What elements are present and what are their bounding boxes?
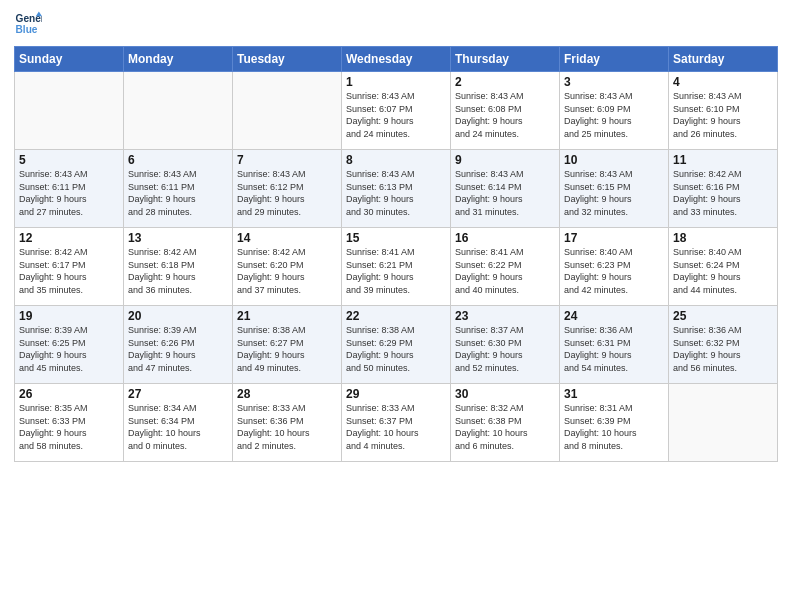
day-info: Sunrise: 8:39 AM Sunset: 6:25 PM Dayligh… — [19, 324, 119, 374]
day-number: 30 — [455, 387, 555, 401]
day-number: 19 — [19, 309, 119, 323]
day-cell — [669, 384, 778, 462]
day-number: 1 — [346, 75, 446, 89]
svg-text:Blue: Blue — [16, 24, 38, 35]
day-cell — [233, 72, 342, 150]
day-number: 17 — [564, 231, 664, 245]
weekday-header-saturday: Saturday — [669, 47, 778, 72]
day-cell: 10Sunrise: 8:43 AM Sunset: 6:15 PM Dayli… — [560, 150, 669, 228]
day-number: 24 — [564, 309, 664, 323]
page-container: General Blue SundayMondayTuesdayWednesda… — [0, 0, 792, 472]
logo: General Blue — [14, 10, 42, 38]
day-info: Sunrise: 8:43 AM Sunset: 6:09 PM Dayligh… — [564, 90, 664, 140]
day-number: 3 — [564, 75, 664, 89]
week-row-5: 26Sunrise: 8:35 AM Sunset: 6:33 PM Dayli… — [15, 384, 778, 462]
day-number: 7 — [237, 153, 337, 167]
day-number: 13 — [128, 231, 228, 245]
day-info: Sunrise: 8:42 AM Sunset: 6:18 PM Dayligh… — [128, 246, 228, 296]
day-cell: 15Sunrise: 8:41 AM Sunset: 6:21 PM Dayli… — [342, 228, 451, 306]
day-info: Sunrise: 8:43 AM Sunset: 6:14 PM Dayligh… — [455, 168, 555, 218]
day-info: Sunrise: 8:39 AM Sunset: 6:26 PM Dayligh… — [128, 324, 228, 374]
day-info: Sunrise: 8:41 AM Sunset: 6:21 PM Dayligh… — [346, 246, 446, 296]
calendar-table: SundayMondayTuesdayWednesdayThursdayFrid… — [14, 46, 778, 462]
day-info: Sunrise: 8:40 AM Sunset: 6:23 PM Dayligh… — [564, 246, 664, 296]
day-cell — [15, 72, 124, 150]
day-cell: 8Sunrise: 8:43 AM Sunset: 6:13 PM Daylig… — [342, 150, 451, 228]
day-cell: 4Sunrise: 8:43 AM Sunset: 6:10 PM Daylig… — [669, 72, 778, 150]
day-cell: 16Sunrise: 8:41 AM Sunset: 6:22 PM Dayli… — [451, 228, 560, 306]
day-info: Sunrise: 8:43 AM Sunset: 6:12 PM Dayligh… — [237, 168, 337, 218]
day-info: Sunrise: 8:43 AM Sunset: 6:07 PM Dayligh… — [346, 90, 446, 140]
day-number: 15 — [346, 231, 446, 245]
day-number: 8 — [346, 153, 446, 167]
day-cell: 31Sunrise: 8:31 AM Sunset: 6:39 PM Dayli… — [560, 384, 669, 462]
day-number: 20 — [128, 309, 228, 323]
day-number: 28 — [237, 387, 337, 401]
day-cell: 18Sunrise: 8:40 AM Sunset: 6:24 PM Dayli… — [669, 228, 778, 306]
day-cell: 19Sunrise: 8:39 AM Sunset: 6:25 PM Dayli… — [15, 306, 124, 384]
day-cell: 13Sunrise: 8:42 AM Sunset: 6:18 PM Dayli… — [124, 228, 233, 306]
day-number: 5 — [19, 153, 119, 167]
day-cell: 23Sunrise: 8:37 AM Sunset: 6:30 PM Dayli… — [451, 306, 560, 384]
weekday-header-wednesday: Wednesday — [342, 47, 451, 72]
week-row-1: 1Sunrise: 8:43 AM Sunset: 6:07 PM Daylig… — [15, 72, 778, 150]
weekday-header-thursday: Thursday — [451, 47, 560, 72]
day-number: 10 — [564, 153, 664, 167]
day-info: Sunrise: 8:43 AM Sunset: 6:15 PM Dayligh… — [564, 168, 664, 218]
day-info: Sunrise: 8:38 AM Sunset: 6:27 PM Dayligh… — [237, 324, 337, 374]
logo-icon: General Blue — [14, 10, 42, 38]
weekday-header-sunday: Sunday — [15, 47, 124, 72]
day-info: Sunrise: 8:33 AM Sunset: 6:36 PM Dayligh… — [237, 402, 337, 452]
weekday-header-monday: Monday — [124, 47, 233, 72]
day-number: 21 — [237, 309, 337, 323]
day-cell: 22Sunrise: 8:38 AM Sunset: 6:29 PM Dayli… — [342, 306, 451, 384]
day-info: Sunrise: 8:42 AM Sunset: 6:17 PM Dayligh… — [19, 246, 119, 296]
day-cell: 6Sunrise: 8:43 AM Sunset: 6:11 PM Daylig… — [124, 150, 233, 228]
day-cell: 20Sunrise: 8:39 AM Sunset: 6:26 PM Dayli… — [124, 306, 233, 384]
day-info: Sunrise: 8:43 AM Sunset: 6:13 PM Dayligh… — [346, 168, 446, 218]
day-number: 11 — [673, 153, 773, 167]
day-number: 27 — [128, 387, 228, 401]
day-number: 12 — [19, 231, 119, 245]
day-cell: 24Sunrise: 8:36 AM Sunset: 6:31 PM Dayli… — [560, 306, 669, 384]
header: General Blue — [14, 10, 778, 38]
day-cell: 14Sunrise: 8:42 AM Sunset: 6:20 PM Dayli… — [233, 228, 342, 306]
day-cell: 29Sunrise: 8:33 AM Sunset: 6:37 PM Dayli… — [342, 384, 451, 462]
day-cell: 7Sunrise: 8:43 AM Sunset: 6:12 PM Daylig… — [233, 150, 342, 228]
day-info: Sunrise: 8:38 AM Sunset: 6:29 PM Dayligh… — [346, 324, 446, 374]
day-number: 16 — [455, 231, 555, 245]
day-cell: 26Sunrise: 8:35 AM Sunset: 6:33 PM Dayli… — [15, 384, 124, 462]
day-info: Sunrise: 8:36 AM Sunset: 6:32 PM Dayligh… — [673, 324, 773, 374]
day-cell: 9Sunrise: 8:43 AM Sunset: 6:14 PM Daylig… — [451, 150, 560, 228]
day-cell: 30Sunrise: 8:32 AM Sunset: 6:38 PM Dayli… — [451, 384, 560, 462]
day-number: 31 — [564, 387, 664, 401]
weekday-header-friday: Friday — [560, 47, 669, 72]
day-cell: 11Sunrise: 8:42 AM Sunset: 6:16 PM Dayli… — [669, 150, 778, 228]
day-info: Sunrise: 8:43 AM Sunset: 6:08 PM Dayligh… — [455, 90, 555, 140]
day-cell: 25Sunrise: 8:36 AM Sunset: 6:32 PM Dayli… — [669, 306, 778, 384]
day-cell — [124, 72, 233, 150]
day-number: 22 — [346, 309, 446, 323]
day-info: Sunrise: 8:43 AM Sunset: 6:10 PM Dayligh… — [673, 90, 773, 140]
day-number: 6 — [128, 153, 228, 167]
day-cell: 28Sunrise: 8:33 AM Sunset: 6:36 PM Dayli… — [233, 384, 342, 462]
day-info: Sunrise: 8:32 AM Sunset: 6:38 PM Dayligh… — [455, 402, 555, 452]
day-info: Sunrise: 8:43 AM Sunset: 6:11 PM Dayligh… — [128, 168, 228, 218]
day-number: 4 — [673, 75, 773, 89]
day-cell: 3Sunrise: 8:43 AM Sunset: 6:09 PM Daylig… — [560, 72, 669, 150]
day-cell: 17Sunrise: 8:40 AM Sunset: 6:23 PM Dayli… — [560, 228, 669, 306]
day-info: Sunrise: 8:43 AM Sunset: 6:11 PM Dayligh… — [19, 168, 119, 218]
day-info: Sunrise: 8:34 AM Sunset: 6:34 PM Dayligh… — [128, 402, 228, 452]
day-number: 29 — [346, 387, 446, 401]
day-info: Sunrise: 8:31 AM Sunset: 6:39 PM Dayligh… — [564, 402, 664, 452]
weekday-header-row: SundayMondayTuesdayWednesdayThursdayFrid… — [15, 47, 778, 72]
day-number: 14 — [237, 231, 337, 245]
day-info: Sunrise: 8:35 AM Sunset: 6:33 PM Dayligh… — [19, 402, 119, 452]
day-info: Sunrise: 8:36 AM Sunset: 6:31 PM Dayligh… — [564, 324, 664, 374]
day-info: Sunrise: 8:40 AM Sunset: 6:24 PM Dayligh… — [673, 246, 773, 296]
day-number: 26 — [19, 387, 119, 401]
day-cell: 5Sunrise: 8:43 AM Sunset: 6:11 PM Daylig… — [15, 150, 124, 228]
week-row-3: 12Sunrise: 8:42 AM Sunset: 6:17 PM Dayli… — [15, 228, 778, 306]
day-info: Sunrise: 8:41 AM Sunset: 6:22 PM Dayligh… — [455, 246, 555, 296]
day-number: 9 — [455, 153, 555, 167]
